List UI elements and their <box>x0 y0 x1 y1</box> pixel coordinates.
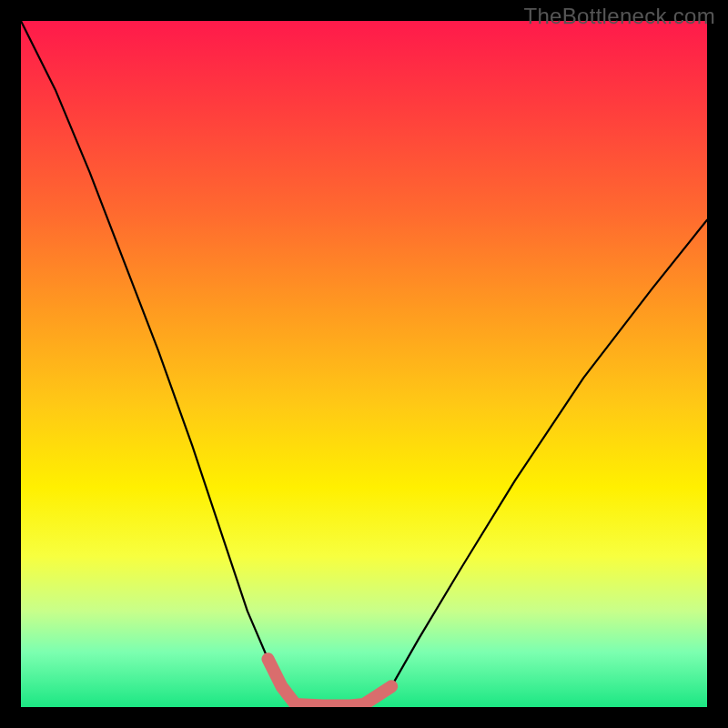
watermark-text: TheBottleneck.com <box>523 4 715 29</box>
bottleneck-curve-path <box>21 21 707 705</box>
highlight-segment-path <box>268 659 391 705</box>
curve-svg <box>21 21 707 707</box>
chart-frame: TheBottleneck.com <box>0 0 728 728</box>
